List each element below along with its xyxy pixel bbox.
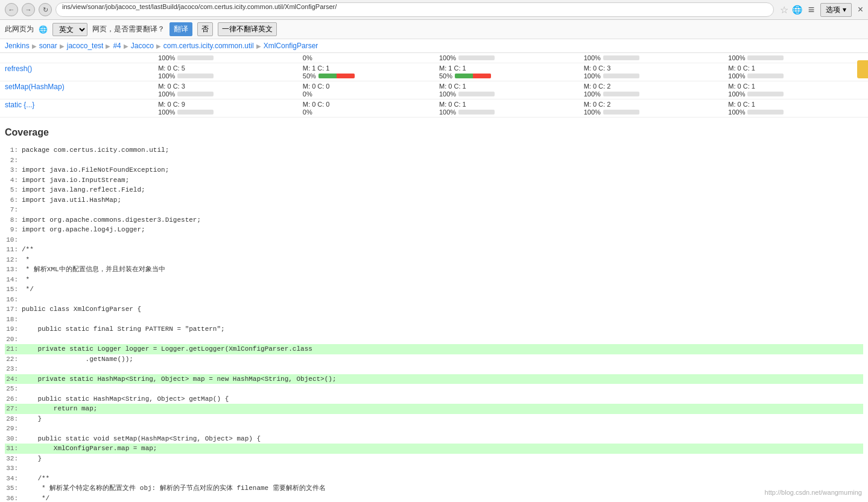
line-number: 17: [5, 304, 22, 315]
never-translate-button[interactable]: 一律不翻译英文 [218, 22, 277, 36]
source-line: 33: [5, 463, 863, 474]
source-line: 15: */ [5, 284, 863, 295]
table-cell-c1-top: 100% [153, 53, 298, 63]
source-line: 32: } [5, 454, 863, 464]
bar-c3-top [458, 55, 495, 60]
line-content: public static final String PATTERN = "pa… [22, 324, 863, 334]
line-number: 25: [5, 384, 22, 394]
line-number: 33: [5, 463, 22, 474]
pct-c5-static: 100% [728, 108, 863, 116]
line-number: 20: [5, 334, 22, 345]
line-content: * [22, 275, 863, 285]
line-content: import java.io.InputStream; [22, 175, 863, 186]
table-cell-c3-static: M: 0 C: 1 100% [434, 99, 579, 118]
pct-c3-static: 100% [439, 108, 574, 116]
pct-c1-static: 100% [158, 108, 293, 116]
bookmark-icon[interactable]: ☆ [780, 4, 788, 16]
source-line: 22: .getName()); [5, 354, 863, 365]
stats-c5-setmap: M: 0 C: 1 [728, 83, 863, 90]
line-number: 13: [5, 265, 22, 275]
coverage-table: 100% 0% [0, 53, 868, 118]
line-number: 9: [5, 225, 22, 235]
line-number: 14: [5, 275, 22, 285]
source-line: 28: } [5, 414, 863, 424]
method-link-static[interactable]: static {...} [5, 101, 34, 109]
line-number: 29: [5, 424, 22, 434]
line-number: 6: [5, 195, 22, 206]
browser-toolbar: ← → ↻ ins/view/sonar/job/jacoco_test/las… [0, 0, 868, 20]
source-line: 36: */ [5, 494, 863, 503]
breadcrumb-build[interactable]: #4 [113, 42, 121, 50]
source-line: 3:import java.io.FileNotFoundException; [5, 165, 863, 175]
pct-c4-refresh: 100% [584, 72, 719, 80]
breadcrumb-jacoco[interactable]: Jacoco [131, 42, 154, 50]
breadcrumb-class[interactable]: XmlConfigParser [264, 42, 318, 50]
bar-c1-top [177, 55, 214, 60]
table-cell-c4-top: 100% [579, 53, 724, 63]
table-cell-c5-setmap: M: 0 C: 1 100% [723, 81, 868, 99]
method-link-refresh[interactable]: refresh() [5, 64, 32, 73]
stats-c1-refresh: M: 0 C: 5 [158, 64, 293, 72]
forward-button[interactable]: → [22, 3, 35, 16]
line-content: import org.apache.commons.digester3.Dige… [22, 215, 863, 225]
breadcrumb-package[interactable]: com.certus.icity.common.util [163, 42, 254, 50]
line-number: 5: [5, 185, 22, 195]
line-number: 12: [5, 255, 22, 265]
translate-button[interactable]: 翻译 [169, 22, 192, 36]
breadcrumb-sep-1: ▶ [32, 43, 37, 49]
stats-c5-refresh: M: 0 C: 1 [728, 64, 863, 72]
line-number: 7: [5, 205, 22, 215]
line-number: 22: [5, 354, 22, 365]
table-cell-c3-refresh: M: 1 C: 1 50% [434, 63, 579, 81]
translate-desc: 网页，是否需要翻译？ [92, 24, 165, 34]
source-line: 11:/** [5, 245, 863, 255]
right-tab[interactable] [857, 60, 868, 78]
source-line: 16: [5, 295, 863, 305]
source-line: 6:import java.util.HashMap; [5, 195, 863, 206]
bar-c4-top [603, 55, 639, 60]
table-row-top: 100% 0% [0, 53, 868, 63]
bar-c2-refresh [318, 74, 355, 78]
table-cell-c2-static: M: 0 C: 0 0% [298, 99, 434, 118]
line-content: import java.util.HashMap; [22, 195, 863, 206]
breadcrumb-jenkins[interactable]: Jenkins [5, 42, 30, 50]
table-row-static: static {...} M: 0 C: 9 100% [0, 99, 868, 118]
breadcrumb-sep-4: ▶ [124, 43, 128, 49]
url-bar[interactable]: ins/view/sonar/job/jacoco_test/lastBuild… [55, 2, 774, 17]
table-row-setmap: setMap(HashMap) M: 0 C: 3 100% [0, 81, 868, 99]
back-button[interactable]: ← [5, 3, 18, 16]
table-cell-c4-setmap: M: 0 C: 2 100% [579, 81, 724, 99]
table-row-refresh: refresh() M: 0 C: 5 100% [0, 63, 868, 81]
main-content: 100% 0% [0, 53, 868, 502]
line-number: 24: [5, 374, 22, 384]
bar-c5-setmap [747, 92, 784, 96]
line-content: /** [22, 474, 863, 484]
line-content: public static HashMap<String, Object> ge… [22, 394, 863, 404]
line-content: * [22, 255, 863, 265]
close-icon[interactable]: × [858, 4, 863, 15]
options-button[interactable]: 选项 ▾ [820, 3, 851, 17]
breadcrumb-jacoco-test[interactable]: jacoco_test [67, 42, 104, 50]
line-number: 16: [5, 295, 22, 305]
reload-button[interactable]: ↻ [39, 3, 52, 16]
table-cell-c2-setmap: M: 0 C: 0 0% [298, 81, 434, 99]
coverage-section: Coverage 1:package com.certus.icity.comm… [0, 118, 868, 502]
stats-c4-setmap: M: 0 C: 2 [584, 83, 719, 90]
bar-c1-refresh [177, 74, 214, 78]
source-line: 17:public class XmlConfigParser { [5, 304, 863, 315]
table-cell-c1-refresh: M: 0 C: 5 100% [153, 63, 298, 81]
pct-label: 100% [439, 54, 574, 61]
method-link-setmap[interactable]: setMap(HashMap) [5, 83, 65, 91]
stats-c2-static: M: 0 C: 0 [303, 101, 429, 108]
menu-icon[interactable]: ≡ [808, 4, 815, 16]
stats-c3-setmap: M: 0 C: 1 [439, 83, 574, 90]
source-line: 24: private static HashMap<String, Objec… [5, 374, 863, 384]
line-content: private static Logger logger = Logger.ge… [22, 344, 863, 354]
line-number: 28: [5, 414, 22, 424]
breadcrumb-sonar[interactable]: sonar [39, 42, 57, 50]
source-line: 21: private static Logger logger = Logge… [5, 344, 863, 354]
pct-label: 100% [728, 54, 863, 61]
stats-c4-static: M: 0 C: 2 [584, 101, 719, 108]
no-translate-button[interactable]: 否 [197, 22, 213, 36]
translate-lang-select[interactable]: 英文 中文 日文 [52, 23, 87, 36]
